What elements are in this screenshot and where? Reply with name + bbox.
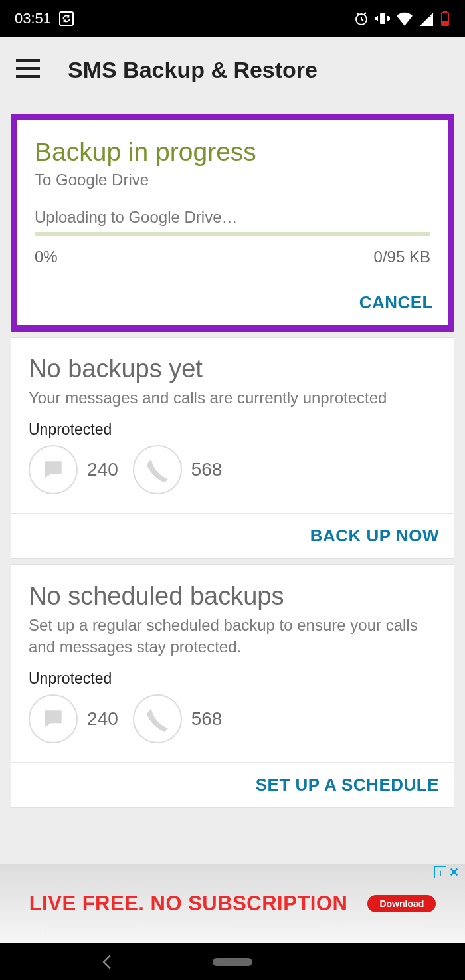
svg-rect-1 xyxy=(380,13,385,24)
svg-rect-6 xyxy=(16,59,40,62)
svg-rect-5 xyxy=(443,21,447,24)
battery-icon xyxy=(440,11,450,27)
svg-rect-7 xyxy=(16,67,40,70)
phone-icon xyxy=(133,445,182,494)
backups-title: No backups yet xyxy=(29,355,436,383)
status-bar: 03:51 x xyxy=(0,0,465,37)
calls-count: 568 xyxy=(191,459,223,480)
alarm-icon xyxy=(353,11,369,27)
ad-download-button[interactable]: Download xyxy=(367,895,436,912)
progress-bar xyxy=(35,232,430,236)
schedule-label: Unprotected xyxy=(29,670,436,688)
phone-icon xyxy=(133,694,182,743)
nav-home-pill[interactable] xyxy=(213,958,252,966)
schedule-calls-count: 568 xyxy=(191,708,223,730)
app-title: SMS Backup & Restore xyxy=(68,57,318,83)
backups-label: Unprotected xyxy=(29,421,436,439)
schedule-messages-stat: 240 xyxy=(29,694,118,743)
backup-progress-card: Backup in progress To Google Drive Uploa… xyxy=(11,114,454,332)
ad-text: LIVE FREE. NO SUBSCRIPTION xyxy=(29,892,348,916)
message-icon xyxy=(29,694,78,743)
wifi-icon xyxy=(396,11,413,26)
progress-status: Uploading to Google Drive… xyxy=(35,208,430,227)
progress-percent: 0% xyxy=(35,248,58,266)
status-icons: x xyxy=(353,11,450,27)
progress-destination: To Google Drive xyxy=(35,171,430,189)
nav-back-icon[interactable] xyxy=(101,954,113,970)
schedule-messages-count: 240 xyxy=(87,708,118,730)
schedule-card: No scheduled backups Set up a regular sc… xyxy=(11,564,454,808)
cancel-button[interactable]: CANCEL xyxy=(359,292,433,313)
ad-info-icon[interactable]: i xyxy=(434,866,446,878)
messages-count: 240 xyxy=(87,459,118,480)
vibrate-icon xyxy=(375,11,391,27)
system-nav-bar xyxy=(0,943,465,980)
menu-icon[interactable] xyxy=(16,59,40,80)
schedule-title: No scheduled backups xyxy=(29,582,436,611)
setup-schedule-button[interactable]: SET UP A SCHEDULE xyxy=(256,775,439,795)
schedule-calls-stat: 568 xyxy=(133,694,223,743)
progress-title: Backup in progress xyxy=(35,138,430,167)
message-icon xyxy=(29,445,78,494)
svg-rect-4 xyxy=(444,11,446,13)
app-bar: SMS Backup & Restore xyxy=(0,37,465,103)
ad-banner[interactable]: i ✕ LIVE FREE. NO SUBSCRIPTION Download xyxy=(0,864,465,943)
schedule-desc: Set up a regular scheduled backup to ens… xyxy=(29,615,436,658)
ad-badges[interactable]: i ✕ xyxy=(434,866,460,878)
status-time: 03:51 xyxy=(15,10,51,27)
progress-bytes: 0/95 KB xyxy=(374,248,430,266)
svg-rect-8 xyxy=(16,75,40,78)
sync-icon xyxy=(59,11,74,26)
svg-text:x: x xyxy=(428,12,432,19)
messages-stat: 240 xyxy=(29,445,118,494)
backups-desc: Your messages and calls are currently un… xyxy=(29,387,436,409)
calls-stat: 568 xyxy=(133,445,223,494)
signal-icon: x xyxy=(418,11,434,26)
ad-close-icon[interactable]: ✕ xyxy=(448,866,460,878)
backups-card: No backups yet Your messages and calls a… xyxy=(11,337,454,559)
backup-now-button[interactable]: BACK UP NOW xyxy=(310,526,439,546)
